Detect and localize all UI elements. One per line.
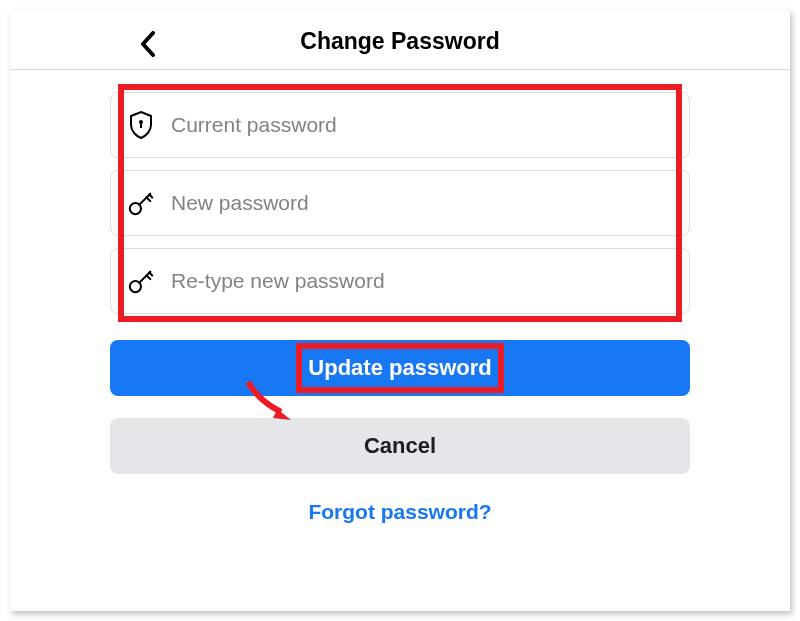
screen-frame: Change Password — [10, 10, 790, 611]
buttons-area: Update password Cancel Forgot password? — [10, 326, 790, 524]
svg-rect-1 — [140, 123, 142, 128]
update-password-button[interactable]: Update password — [110, 340, 690, 396]
key-icon — [127, 189, 155, 217]
retype-password-input[interactable] — [171, 269, 673, 293]
cancel-button[interactable]: Cancel — [110, 418, 690, 474]
retype-password-row[interactable] — [110, 248, 690, 314]
key-icon — [127, 267, 155, 295]
new-password-input[interactable] — [171, 191, 673, 215]
back-button[interactable] — [132, 28, 164, 60]
chevron-left-icon — [139, 31, 157, 57]
svg-line-5 — [149, 195, 152, 198]
svg-line-9 — [149, 273, 152, 276]
header: Change Password — [10, 28, 790, 70]
cancel-label: Cancel — [364, 433, 436, 458]
update-password-label: Update password — [308, 355, 491, 380]
password-fields-group — [110, 92, 690, 314]
svg-line-4 — [147, 197, 151, 201]
form-area — [10, 70, 790, 314]
page-title: Change Password — [110, 28, 690, 55]
current-password-row[interactable] — [110, 92, 690, 158]
forgot-password-label: Forgot password? — [308, 500, 491, 523]
shield-keyhole-icon — [127, 111, 155, 139]
svg-line-8 — [147, 275, 151, 279]
current-password-input[interactable] — [171, 113, 673, 137]
new-password-row[interactable] — [110, 170, 690, 236]
forgot-password-link[interactable]: Forgot password? — [110, 500, 690, 524]
